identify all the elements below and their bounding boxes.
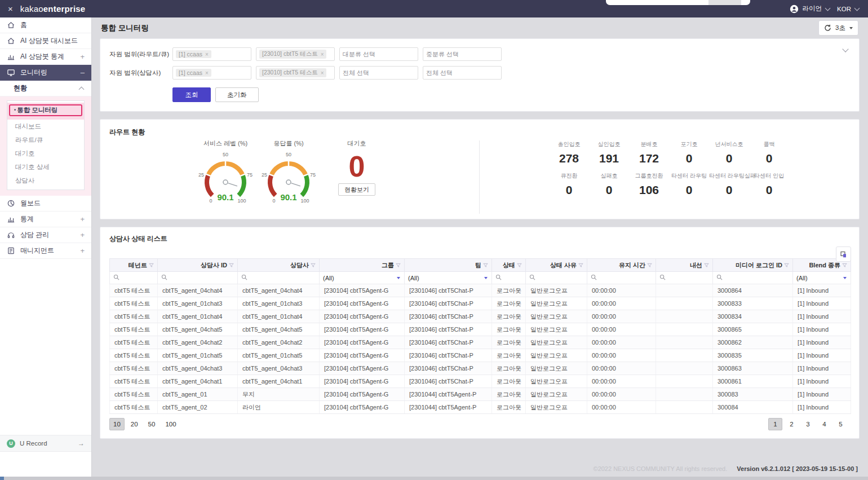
column-filter-search[interactable]	[587, 272, 656, 284]
sidebar-item-home[interactable]: 홈	[0, 17, 91, 33]
category-select[interactable]: 중분류 선택	[423, 47, 502, 61]
column-filter-search[interactable]	[713, 272, 793, 284]
resource-tag-input[interactable]: [1] ccaas×	[172, 66, 251, 80]
column-filter-search[interactable]	[526, 272, 587, 284]
resource-tag-input[interactable]: [23010] cbtT5 테스트×	[256, 66, 335, 80]
filter-funnel-icon	[396, 263, 401, 268]
user-avatar-icon[interactable]	[790, 5, 799, 14]
view-status-button[interactable]: 현황보기	[338, 183, 375, 196]
chevron-up-icon	[79, 86, 85, 92]
remove-tag-icon[interactable]: ×	[205, 51, 209, 58]
status-submenu: •통합 모니터링대시보드라우트/큐대기호대기호 상세상담사	[0, 96, 91, 196]
column-header[interactable]: 상담사 ID	[158, 259, 238, 272]
column-header[interactable]: 내선	[656, 259, 713, 272]
resource-tag-input[interactable]: [1] ccaas×	[172, 47, 251, 61]
remove-tag-icon[interactable]: ×	[321, 70, 324, 76]
category-select[interactable]: 대분류 선택	[339, 47, 418, 61]
svg-text:50: 50	[223, 152, 228, 157]
bullet-icon: •	[14, 107, 16, 113]
resource-tag-input[interactable]: [23010] cbtT5 테스트×	[256, 47, 335, 61]
agent-row[interactable]: cbtT5 테스트cbtT5_agent_04chat2cbtT5_agent_…	[110, 336, 851, 349]
column-filter-search[interactable]	[656, 272, 713, 284]
column-filter-select[interactable]: (All)	[405, 272, 492, 284]
page-button-5[interactable]: 5	[834, 418, 848, 430]
page-size-button-20[interactable]: 20	[127, 418, 142, 430]
column-header[interactable]: 상태	[492, 259, 526, 272]
sidebar-item-monitoring[interactable]: 모니터링 –	[0, 65, 91, 81]
sidebar-item-consult-management[interactable]: 상담 관리 +	[0, 227, 91, 243]
sidebar-subitem-route-queue[interactable]: 라우트/큐	[7, 133, 84, 147]
agent-row[interactable]: cbtT5 테스트cbtT5_agent_01무지[230104] cbtT5A…	[110, 388, 851, 401]
agent-row[interactable]: cbtT5 테스트cbtT5_agent_04chat5cbtT5_agent_…	[110, 323, 851, 336]
remove-tag-icon[interactable]: ×	[321, 51, 324, 58]
sidebar-item-statistics[interactable]: 통계 +	[0, 212, 91, 227]
search-icon	[529, 274, 535, 280]
column-header[interactable]: 유지 시간	[587, 259, 656, 272]
column-header[interactable]: 팀	[405, 259, 492, 272]
sidebar-subitem-waiting-calls-detail[interactable]: 대기호 상세	[7, 160, 84, 174]
close-icon[interactable]: ×	[8, 5, 13, 13]
refresh-interval-control[interactable]: 3초	[818, 20, 858, 36]
agent-row[interactable]: cbtT5 테스트cbtT5_agent_02라이언[230104] cbtT5…	[110, 401, 851, 414]
sidebar-item-ai-bot-dashboard[interactable]: AI 상담봇 대시보드	[0, 33, 91, 49]
page-title: 통합 모니터링	[101, 23, 149, 33]
page-size-button-100[interactable]: 100	[161, 418, 180, 430]
column-header[interactable]: 그룹	[320, 259, 405, 272]
column-filter-search[interactable]	[492, 272, 526, 284]
column-filter-select[interactable]: (All)	[320, 272, 405, 284]
search-icon	[495, 274, 502, 280]
chevron-down-icon[interactable]	[825, 5, 831, 11]
agent-row[interactable]: cbtT5 테스트cbtT5_agent_04chat1cbtT5_agent_…	[110, 375, 851, 388]
locale-selector[interactable]: KOR	[837, 6, 851, 12]
page-button-3[interactable]: 3	[801, 418, 815, 430]
page-size-button-10[interactable]: 10	[109, 418, 125, 430]
user-name[interactable]: 라이언	[803, 5, 822, 13]
monitor-icon	[7, 68, 15, 77]
reset-button[interactable]: 초기화	[215, 87, 259, 102]
filter-funnel-icon	[647, 263, 652, 268]
stat-item: 분배호 172	[629, 139, 669, 171]
search-button[interactable]: 조회	[172, 87, 211, 102]
svg-text:100: 100	[237, 198, 246, 204]
gauge-chart: 0255075100 90.1	[258, 149, 320, 205]
copy-icon[interactable]	[836, 246, 851, 262]
filter-panel: 자원 범위(라우트/큐) [1] ccaas×[23010] cbtT5 테스트…	[100, 38, 860, 112]
column-filter-search[interactable]	[110, 272, 158, 284]
sidebar-item-management[interactable]: 매니지먼트 +	[0, 243, 91, 259]
brand-logo[interactable]: kakaoenterprise	[20, 4, 86, 14]
category-select[interactable]: 전체 선택	[423, 66, 502, 80]
sidebar-item-wallboard[interactable]: 월보드	[0, 196, 91, 212]
sidebar-subitem-waiting-calls[interactable]: 대기호	[7, 147, 84, 160]
route-status-panel: 라우트 현황 서비스 레벨 (%) 0255075100 90.1 응답률 (%…	[100, 119, 860, 219]
page-button-1[interactable]: 1	[768, 418, 782, 430]
column-header[interactable]: 상태 사유	[526, 259, 587, 272]
remove-tag-icon[interactable]: ×	[205, 70, 209, 76]
sidebar-subitem-dashboard[interactable]: 대시보드	[7, 120, 84, 133]
agent-row[interactable]: cbtT5 테스트cbtT5_agent_04chat3cbtT5_agent_…	[110, 362, 851, 375]
sidebar-item-u-record[interactable]: U U Record →	[0, 435, 91, 452]
column-header[interactable]: 테넌트	[110, 259, 158, 272]
expand-icon: +	[80, 215, 85, 223]
category-select[interactable]: 전체 선택	[339, 66, 418, 80]
column-header[interactable]: 상담사	[238, 259, 320, 272]
sidebar-item-ai-bot-stats[interactable]: AI 상담봇 통계 +	[0, 49, 91, 65]
column-filter-select[interactable]: (All)	[793, 272, 851, 284]
gauge-service-level: 서비스 레벨 (%) 0255075100 90.1	[194, 138, 257, 207]
agent-row[interactable]: cbtT5 테스트cbtT5_agent_01chat4cbtT5_agent_…	[110, 310, 851, 323]
column-filter-search[interactable]	[238, 272, 320, 284]
page-size-button-50[interactable]: 50	[144, 418, 160, 430]
column-filter-search[interactable]	[158, 272, 238, 284]
agent-row[interactable]: cbtT5 테스트cbtT5_agent_01chat3cbtT5_agent_…	[110, 297, 851, 310]
chevron-down-icon[interactable]	[854, 5, 860, 11]
agent-row[interactable]: cbtT5 테스트cbtT5_agent_01chat5cbtT5_agent_…	[110, 349, 851, 362]
column-header[interactable]: 미디어 로그인 ID	[713, 259, 793, 272]
filter-funnel-icon	[149, 263, 154, 268]
sidebar-group-status[interactable]: 현황	[0, 81, 91, 96]
sidebar-subitem-integrated-monitoring[interactable]: •통합 모니터링	[7, 103, 84, 120]
page-button-2[interactable]: 2	[785, 418, 799, 430]
sidebar-subitem-agents[interactable]: 상담사	[7, 174, 84, 187]
agent-row[interactable]: cbtT5 테스트cbtT5_agent_04chat4cbtT5_agent_…	[110, 284, 851, 297]
page-button-4[interactable]: 4	[817, 418, 831, 430]
svg-text:75: 75	[247, 172, 253, 178]
filter-funnel-icon	[704, 263, 709, 268]
